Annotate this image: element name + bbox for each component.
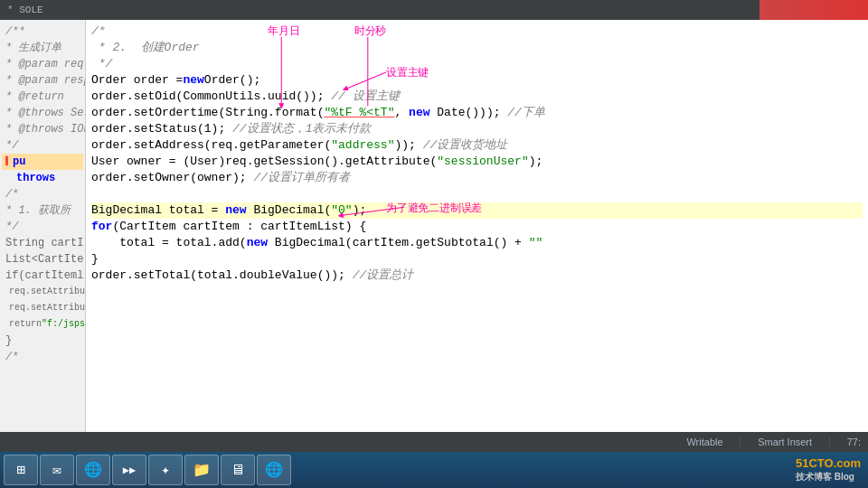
code-line-7: order.setStatus(1); //设置状态，1表示未付款 xyxy=(91,121,863,137)
code-line-5: order.setOid(CommonUtils.uuid()); // 设置主… xyxy=(91,89,863,105)
left-line-6: * @throws Serv xyxy=(2,105,83,121)
right-panel[interactable]: /* * 2. 创建Order */ Order order = new Ord… xyxy=(86,20,868,432)
left-line-11: /* xyxy=(2,186,83,202)
left-line-10: throws xyxy=(2,170,83,186)
top-bar: * SOLE xyxy=(0,0,868,20)
taskbar-btn-4[interactable]: ✦ xyxy=(148,455,183,485)
code-line-3: */ xyxy=(91,56,863,72)
top-bar-red xyxy=(760,0,868,20)
status-bar: Writable | Smart Insert | 77: xyxy=(0,432,868,452)
left-line-2: * 生成订单 xyxy=(2,40,83,56)
taskbar: ⊞ ✉ 🌐 ▶▶ ✦ 📁 🖥 🌐 51CTO.com 技术博客 Blog xyxy=(0,452,868,488)
left-line-1: /** xyxy=(2,23,83,40)
code-line-6: order.setOrdertime(String.format("%tF %<… xyxy=(91,105,863,121)
taskbar-start-btn[interactable]: ⊞ xyxy=(4,455,38,485)
code-line-1: /* xyxy=(91,23,863,40)
taskbar-btn-5[interactable]: 📁 xyxy=(184,455,219,485)
left-line-8: */ xyxy=(2,137,83,154)
taskbar-btn-7[interactable]: 🌐 xyxy=(257,455,291,485)
code-line-8: order.setAddress(req.getParameter("addre… xyxy=(91,137,863,154)
code-line-4: Order order = new Order(); xyxy=(91,72,863,89)
taskbar-btn-3[interactable]: ▶▶ xyxy=(112,455,146,485)
status-writable: Writable xyxy=(686,436,722,447)
left-line-20: } xyxy=(2,333,83,349)
code-line-13: for(CartItem cartItem : cartItemList) { xyxy=(91,219,863,235)
taskbar-btn-1[interactable]: ✉ xyxy=(40,455,74,485)
editor-container: /** * 生成订单 * @param req * @param resp * … xyxy=(0,20,868,432)
taskbar-btn-2[interactable]: 🌐 xyxy=(76,455,110,485)
code-line-9: User owner = (User)req.getSession().getA… xyxy=(91,154,863,170)
left-panel: /** * 生成订单 * @param req * @param resp * … xyxy=(0,20,86,432)
left-line-4: * @param resp xyxy=(2,72,83,89)
code-content: /* * 2. 创建Order */ Order order = new Ord… xyxy=(86,20,868,287)
left-line-18: req.setAttribute("msg", "您没有选择…"); xyxy=(2,300,83,316)
left-line-7: * @throws IOEx xyxy=(2,121,83,137)
code-line-12: BigDecimal total = new BigDecimal("0"); xyxy=(91,202,863,219)
left-line-13: */ xyxy=(2,219,83,235)
code-line-10: order.setOwner(owner); //设置订单所有者 xyxy=(91,170,863,186)
code-line-15: } xyxy=(91,251,863,267)
taskbar-logo: 51CTO.com 技术博客 Blog xyxy=(796,456,861,483)
left-line-16: if(cartIteml xyxy=(2,267,83,284)
app-window: * SOLE /** * 生成订单 * @param req * @param … xyxy=(0,0,868,488)
left-line-17: req.setAttribute( code , error ); xyxy=(2,284,83,300)
code-line-blank xyxy=(91,186,863,202)
top-bar-text: * SOLE xyxy=(7,5,43,15)
left-line-15: List<CartIte xyxy=(2,251,83,267)
left-line-3: * @param req xyxy=(2,56,83,72)
status-line-col: 77: xyxy=(847,436,861,447)
left-line-5: * @return xyxy=(2,89,83,105)
taskbar-btn-6[interactable]: 🖥 xyxy=(221,455,255,485)
status-smart-insert: Smart Insert xyxy=(758,436,812,447)
code-line-2: * 2. 创建Order xyxy=(91,40,863,56)
left-line-19: return "f:/jsps/msg.jsp"; xyxy=(2,316,83,333)
left-line-12: * 1. 获取所 xyxy=(2,202,83,219)
left-line-14: String cartI xyxy=(2,235,83,251)
left-line-9: ▌ pu xyxy=(2,154,83,170)
code-line-14: total = total.add(new BigDecimal(cartIte… xyxy=(91,235,863,251)
left-line-21: /* xyxy=(2,349,83,365)
code-line-16: order.setTotal(total.doubleValue()); //设… xyxy=(91,267,863,284)
